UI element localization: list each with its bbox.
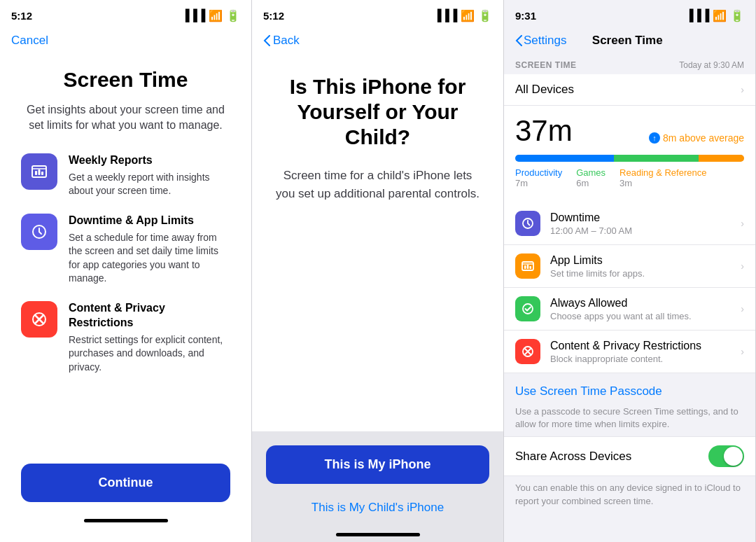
time-1: 5:12 [11,10,32,22]
choice-title: Is This iPhone for Yourself or Your Chil… [273,74,482,150]
content-privacy-menu-icon [515,339,540,364]
app-limits-title: App Limits [550,254,731,267]
screen-time-page-title: Screen Time [566,34,688,48]
svg-rect-8 [524,265,526,269]
continue-button[interactable]: Continue [21,464,230,502]
battery-icon-1: 🔋 [226,9,240,22]
svg-rect-2 [38,169,41,175]
above-avg-icon: ↑ [649,132,660,144]
content-privacy-menu-subtitle: Block inappropriate content. [550,354,731,364]
nav-bar-1: Cancel [0,31,251,53]
games-label: Games [576,167,606,178]
back-button-2[interactable]: Back [263,34,300,48]
nav-bar-2: Back [252,31,503,53]
share-label: Share Across Devices [515,450,631,464]
content-privacy-menu-text: Content & Privacy Restrictions Block ina… [550,340,731,364]
passcode-section: Use Screen Time Passcode Use a passcode … [504,373,755,436]
battery-icon-3: 🔋 [730,9,744,22]
share-toggle[interactable] [708,445,744,467]
downtime-text: Downtime & App Limits Set a schedule for… [69,214,230,286]
home-indicator-2 [336,533,420,536]
nav-bar-3: Settings Screen Time [504,31,755,53]
weekly-reports-title: Weekly Reports [69,153,230,168]
passcode-desc: Use a passcode to secure Screen Time set… [515,405,744,431]
child-iphone-button[interactable]: This is My Child's iPhone [304,494,451,522]
content-privacy-icon-1 [21,301,57,338]
always-allowed-text: Always Allowed Choose apps you want at a… [550,297,731,321]
app-limits-icon [515,253,540,279]
svg-rect-10 [530,266,532,269]
wifi-icon-3: 📶 [713,9,727,22]
passcode-link-button[interactable]: Use Screen Time Passcode [515,384,662,398]
downtime-menu-text: Downtime 12:00 AM – 7:00 AM [550,211,731,236]
downtime-menu-item[interactable]: Downtime 12:00 AM – 7:00 AM › [504,202,755,245]
signal-icon-2: ▐▐▐ [433,9,457,22]
time-display: 37m ↑ 8m above average Productivity 7m G… [504,106,755,202]
content-privacy-text: Content & Privacy Restrictions Restrict … [69,301,230,374]
svg-rect-3 [41,172,43,175]
status-icons-2: ▐▐▐ 📶 🔋 [433,9,492,22]
cancel-button[interactable]: Cancel [11,34,48,48]
reading-label: Reading & Reference [620,167,706,178]
bar-reading [699,155,744,162]
signal-icon-3: ▐▐▐ [685,9,709,22]
svg-point-11 [523,304,533,314]
section-label: SCREEN TIME [515,60,577,70]
my-iphone-button[interactable]: This is My iPhone [266,445,489,484]
menu-list: Downtime 12:00 AM – 7:00 AM › App Limits… [504,202,755,373]
content-privacy-menu-title: Content & Privacy Restrictions [550,340,731,352]
time-2: 5:12 [263,10,284,22]
productivity-value: 7m [515,178,562,188]
screen-time-title: Screen Time [21,67,230,92]
section-date: Today at 9:30 AM [679,60,744,70]
all-devices-chevron: › [741,84,744,95]
panel1-content: Screen Time Get insights about your scre… [0,53,251,542]
always-allowed-chevron: › [741,303,744,314]
downtime-menu-icon [515,211,540,236]
feature-downtime: Downtime & App Limits Set a schedule for… [21,214,230,286]
app-limits-menu-item[interactable]: App Limits Set time limits for apps. › [504,245,755,288]
back-button-3[interactable]: Settings [515,34,566,48]
panel-iphone-choice: 5:12 ▐▐▐ 📶 🔋 Back Is This iPhone for You… [252,0,504,542]
back-label-2: Back [273,34,300,48]
app-limits-text: App Limits Set time limits for apps. [550,254,731,279]
usage-bar [515,155,744,162]
screen-time-section-header: SCREEN TIME Today at 9:30 AM [504,53,755,74]
svg-rect-1 [35,171,37,175]
choice-buttons: This is My iPhone This is My Child's iPh… [252,431,503,542]
always-allowed-menu-item[interactable]: Always Allowed Choose apps you want at a… [504,288,755,331]
app-limits-chevron: › [741,260,744,272]
always-allowed-subtitle: Choose apps you want at all times. [550,311,731,321]
downtime-menu-subtitle: 12:00 AM – 7:00 AM [550,225,731,236]
settings-back-label: Settings [524,34,566,48]
always-allowed-title: Always Allowed [550,297,731,310]
wifi-icon-1: 📶 [209,9,223,22]
all-devices-row[interactable]: All Devices › [504,74,755,106]
content-privacy-chevron: › [741,346,744,357]
always-allowed-icon [515,296,540,321]
signal-icon-1: ▐▐▐ [181,9,205,22]
status-bar-1: 5:12 ▐▐▐ 📶 🔋 [0,0,251,31]
productivity-label: Productivity [515,167,562,178]
downtime-menu-title: Downtime [550,211,731,224]
downtime-icon [21,214,57,250]
bar-games [614,155,699,162]
svg-rect-9 [527,265,529,269]
status-icons-1: ▐▐▐ 📶 🔋 [181,9,240,22]
bar-productivity [515,155,614,162]
bar-labels: Productivity 7m Games 6m Reading & Refer… [515,167,744,188]
content-privacy-desc: Restrict settings for explicit content, … [69,333,230,375]
time-3: 9:31 [515,10,536,22]
weekly-reports-icon [21,153,57,190]
panel2-content: Is This iPhone for Yourself or Your Chil… [252,53,503,431]
downtime-title: Downtime & App Limits [69,214,230,228]
downtime-desc: Set a schedule for time away from the sc… [69,231,230,286]
status-bar-2: 5:12 ▐▐▐ 📶 🔋 [252,0,503,31]
share-row[interactable]: Share Across Devices [504,436,755,476]
status-bar-3: 9:31 ▐▐▐ 📶 🔋 [504,0,755,31]
games-value: 6m [576,178,606,188]
reading-value: 3m [620,178,706,188]
feature-weekly-reports: Weekly Reports Get a weekly report with … [21,153,230,198]
wifi-icon-2: 📶 [461,9,475,22]
content-privacy-menu-item[interactable]: Content & Privacy Restrictions Block ina… [504,331,755,373]
